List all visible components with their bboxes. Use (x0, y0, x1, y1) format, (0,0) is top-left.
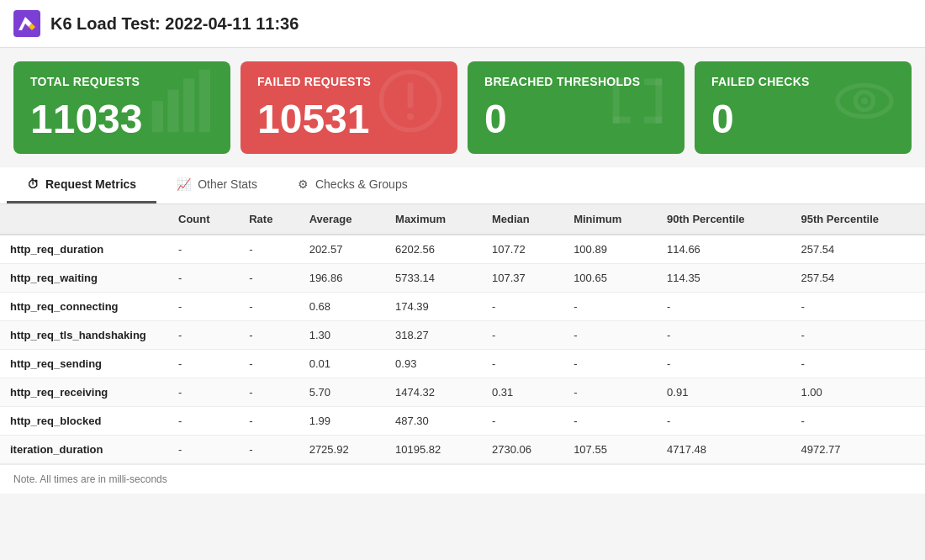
tab-icon-checks-groups: ⚙ (298, 177, 309, 191)
svg-rect-5 (183, 78, 194, 132)
cell-0: http_req_blocked (0, 407, 168, 436)
tab-request-metrics[interactable]: ⏱ Request Metrics (7, 167, 156, 203)
cell-7: 114.66 (657, 235, 790, 264)
cell-5: 107.72 (482, 235, 563, 264)
cell-1: - (168, 350, 239, 378)
stat-icon-signal (150, 67, 217, 147)
stats-row: Total Requests 11033 Failed Requests 105… (0, 48, 925, 167)
svg-rect-4 (167, 90, 178, 133)
cell-6: - (563, 321, 657, 350)
col-header-95th-percentile: 95th Percentile (791, 204, 925, 235)
tab-label-checks-groups: Checks & Groups (315, 177, 408, 191)
cell-4: 6202.56 (385, 235, 482, 264)
col-header-rate: Rate (239, 204, 299, 235)
cell-6: 107.55 (563, 436, 657, 464)
cell-3: 0.01 (299, 350, 385, 378)
cell-3: 196.86 (299, 264, 385, 293)
table-row: http_req_sending--0.010.93---- (0, 350, 925, 378)
tab-icon-other-stats: 📈 (177, 177, 191, 191)
tab-other-stats[interactable]: 📈 Other Stats (156, 167, 278, 203)
cell-2: - (239, 436, 299, 464)
cell-1: - (168, 235, 239, 264)
svg-rect-15 (644, 117, 662, 124)
cell-8: 4972.77 (791, 436, 925, 464)
cell-7: - (657, 321, 790, 350)
cell-2: - (239, 407, 299, 436)
tab-checks-groups[interactable]: ⚙ Checks & Groups (278, 167, 428, 203)
cell-6: 100.65 (563, 264, 657, 293)
table-row: http_req_duration--202.576202.56107.7210… (0, 235, 925, 264)
cell-6: - (563, 378, 657, 407)
table-row: iteration_duration--2725.9210195.822730.… (0, 436, 925, 464)
svg-rect-12 (613, 117, 631, 124)
svg-rect-10 (613, 78, 620, 123)
cell-3: 5.70 (299, 378, 385, 407)
cell-7: 114.35 (657, 264, 790, 293)
col-header-maximum: Maximum (385, 204, 482, 235)
table-row: http_req_connecting--0.68174.39---- (0, 293, 925, 321)
cell-3: 0.68 (299, 293, 385, 321)
stat-icon-eye (831, 67, 898, 147)
cell-0: http_req_receiving (0, 378, 168, 407)
svg-rect-14 (644, 78, 662, 85)
cell-4: 1474.32 (385, 378, 482, 407)
cell-1: - (168, 378, 239, 407)
cell-2: - (239, 235, 299, 264)
cell-3: 2725.92 (299, 436, 385, 464)
cell-3: 1.99 (299, 407, 385, 436)
cell-2: - (239, 378, 299, 407)
col-header-median: Median (482, 204, 563, 235)
stat-card-total-requests: Total Requests 11033 (13, 61, 230, 154)
cell-4: 0.93 (385, 350, 482, 378)
table-row: http_req_receiving--5.701474.320.31-0.91… (0, 378, 925, 407)
cell-6: - (563, 407, 657, 436)
cell-1: - (168, 293, 239, 321)
cell-7: 4717.48 (657, 436, 790, 464)
svg-rect-13 (655, 78, 662, 123)
stat-icon-brackets (604, 67, 671, 147)
cell-0: http_req_waiting (0, 264, 168, 293)
cell-5: - (482, 293, 563, 321)
cell-4: 174.39 (385, 293, 482, 321)
cell-1: - (168, 407, 239, 436)
k6-logo (13, 10, 40, 37)
tab-label-request-metrics: Request Metrics (45, 177, 136, 191)
cell-6: - (563, 293, 657, 321)
cell-5: 2730.06 (482, 436, 563, 464)
cell-7: - (657, 293, 790, 321)
cell-8: - (791, 350, 925, 378)
cell-8: - (791, 321, 925, 350)
cell-8: - (791, 293, 925, 321)
stat-card-breached-thresholds: Breached Thresholds 0 (468, 61, 684, 154)
note: Note. All times are in milli-seconds (0, 464, 925, 494)
cell-7: - (657, 350, 790, 378)
cell-5: - (482, 350, 563, 378)
tab-icon-request-metrics: ⏱ (27, 177, 39, 191)
stat-card-failed-requests: Failed Requests 10531 (240, 61, 457, 154)
cell-3: 202.57 (299, 235, 385, 264)
stat-icon-warning (377, 67, 444, 147)
app-header: K6 Load Test: 2022-04-11 11:36 (0, 0, 925, 48)
cell-2: - (239, 293, 299, 321)
cell-0: http_req_duration (0, 235, 168, 264)
tab-label-other-stats: Other Stats (198, 177, 257, 191)
svg-rect-3 (152, 101, 163, 132)
svg-rect-6 (199, 70, 210, 133)
cell-5: 107.37 (482, 264, 563, 293)
col-header-90th-percentile: 90th Percentile (657, 204, 790, 235)
svg-rect-11 (613, 78, 631, 85)
cell-6: 100.89 (563, 235, 657, 264)
cell-8: 257.54 (791, 235, 925, 264)
cell-5: - (482, 407, 563, 436)
cell-8: 1.00 (791, 378, 925, 407)
col-header-minimum: Minimum (563, 204, 657, 235)
table-row: http_req_tls_handshaking--1.30318.27---- (0, 321, 925, 350)
table-row: http_req_blocked--1.99487.30---- (0, 407, 925, 436)
metrics-table: CountRateAverageMaximumMedianMinimum90th… (0, 204, 925, 464)
cell-5: - (482, 321, 563, 350)
svg-point-18 (861, 98, 868, 104)
cell-8: - (791, 407, 925, 436)
cell-7: - (657, 407, 790, 436)
cell-2: - (239, 264, 299, 293)
table-row: http_req_waiting--196.865733.14107.37100… (0, 264, 925, 293)
